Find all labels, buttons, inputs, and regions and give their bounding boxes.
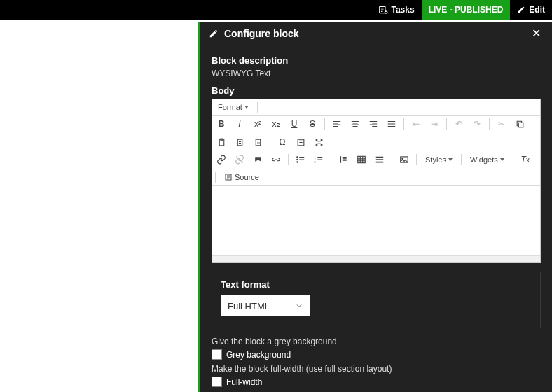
toolbar-separator bbox=[288, 154, 289, 165]
text-format-value: Full HTML bbox=[228, 301, 270, 312]
italic-icon[interactable]: I bbox=[233, 118, 246, 130]
undo-icon[interactable]: ↶ bbox=[453, 118, 465, 130]
svg-rect-15 bbox=[358, 156, 366, 162]
paste-word-icon[interactable]: W bbox=[251, 136, 264, 148]
widgets-dropdown[interactable]: Widgets bbox=[467, 155, 507, 164]
svg-text:3: 3 bbox=[315, 161, 316, 164]
live-status[interactable]: LIVE - PUBLISHED bbox=[422, 0, 511, 20]
edit-button[interactable]: Edit bbox=[510, 0, 552, 20]
pencil-icon bbox=[517, 6, 525, 14]
align-left-icon[interactable] bbox=[331, 118, 343, 130]
grey-bg-help: Give the block a grey background bbox=[212, 337, 541, 346]
source-button[interactable]: Source bbox=[221, 172, 262, 182]
grey-bg-label: Grey background bbox=[226, 350, 291, 360]
editor-toolbar-row-2: B I x² x₂ U S ⇤ bbox=[212, 115, 540, 151]
remove-format-icon[interactable]: Tx bbox=[519, 153, 532, 166]
toolbar-separator bbox=[215, 172, 216, 183]
paste-text-icon[interactable] bbox=[233, 136, 246, 148]
toolbar-separator bbox=[446, 118, 447, 130]
cut-icon[interactable]: ✂ bbox=[495, 118, 508, 130]
tasks-label: Tasks bbox=[392, 5, 415, 15]
tasks-button[interactable]: Tasks bbox=[371, 0, 422, 20]
admin-topbar: Tasks LIVE - PUBLISHED Edit bbox=[0, 0, 552, 20]
strikethrough-icon[interactable]: S bbox=[306, 118, 319, 130]
svg-text:W: W bbox=[256, 141, 260, 144]
pencil-icon bbox=[209, 29, 219, 38]
svg-point-10 bbox=[297, 159, 298, 160]
edit-label: Edit bbox=[529, 5, 545, 15]
toolbar-separator bbox=[270, 136, 270, 148]
grey-bg-row: Grey background bbox=[212, 349, 541, 360]
configure-block-panel: Configure block ✕ Block description WYSI… bbox=[198, 22, 552, 392]
source-label: Source bbox=[235, 173, 259, 181]
table-icon[interactable] bbox=[355, 153, 368, 166]
full-width-help: Make the block full-width (use full sect… bbox=[212, 364, 541, 374]
insert-block-icon[interactable] bbox=[294, 136, 307, 148]
redo-icon[interactable]: ↷ bbox=[471, 118, 483, 130]
special-char-icon[interactable]: Ω bbox=[276, 136, 289, 148]
maximize-icon[interactable] bbox=[312, 136, 325, 148]
toolbar-separator bbox=[403, 118, 404, 130]
close-icon[interactable]: ✕ bbox=[529, 25, 544, 41]
toolbar-separator bbox=[331, 154, 331, 165]
linkit-icon[interactable] bbox=[270, 153, 282, 166]
body-label: Body bbox=[212, 85, 541, 96]
superscript-icon[interactable]: x² bbox=[251, 118, 264, 130]
svg-point-11 bbox=[297, 162, 298, 162]
chevron-down-icon bbox=[244, 106, 249, 108]
full-width-label: Full-width bbox=[226, 377, 262, 387]
toolbar-separator bbox=[461, 154, 462, 165]
unlink-icon[interactable] bbox=[233, 153, 246, 166]
text-format-box: Text format Full HTML bbox=[212, 272, 541, 328]
toolbar-separator bbox=[513, 154, 513, 165]
outdent-icon[interactable]: ⇤ bbox=[410, 118, 422, 130]
align-center-icon[interactable] bbox=[349, 118, 361, 130]
format-dropdown-label: Format bbox=[218, 103, 242, 111]
toolbar-separator bbox=[392, 154, 392, 165]
blockquote-icon[interactable] bbox=[337, 153, 350, 166]
wysiwyg-editor: Format B I x² x₂ U S bbox=[212, 99, 541, 263]
styles-dropdown[interactable]: Styles bbox=[422, 155, 455, 164]
tasks-icon bbox=[378, 5, 388, 15]
format-dropdown[interactable]: Format bbox=[215, 102, 251, 112]
full-width-checkbox[interactable] bbox=[212, 377, 222, 387]
align-justify-icon[interactable] bbox=[385, 118, 398, 130]
chevron-down-icon bbox=[295, 302, 303, 310]
editor-resize-handle[interactable] bbox=[212, 255, 540, 262]
block-description-label: Block description bbox=[212, 55, 541, 66]
editor-toolbar-row-3: 123 Styles bbox=[212, 151, 540, 186]
bold-icon[interactable]: B bbox=[215, 118, 228, 130]
toolbar-separator bbox=[416, 154, 417, 165]
indent-icon[interactable]: ⇥ bbox=[428, 118, 441, 130]
editor-toolbar-row-1: Format bbox=[212, 99, 540, 115]
grey-bg-checkbox[interactable] bbox=[212, 349, 222, 360]
live-status-label: LIVE - PUBLISHED bbox=[429, 5, 504, 15]
bulleted-list-icon[interactable] bbox=[294, 153, 307, 166]
panel-body: Block description WYSIWYG Text Body Form… bbox=[200, 46, 552, 392]
svg-rect-2 bbox=[518, 122, 523, 127]
chevron-down-icon bbox=[448, 158, 453, 161]
text-format-select[interactable]: Full HTML bbox=[221, 295, 310, 316]
image-icon[interactable] bbox=[398, 153, 410, 166]
align-right-icon[interactable] bbox=[367, 118, 380, 130]
widgets-dropdown-label: Widgets bbox=[470, 155, 498, 164]
horizontal-rule-icon[interactable] bbox=[373, 153, 386, 166]
numbered-list-icon[interactable]: 123 bbox=[312, 153, 325, 166]
source-icon bbox=[224, 173, 233, 181]
toolbar-separator bbox=[324, 118, 325, 130]
subscript-icon[interactable]: x₂ bbox=[270, 118, 282, 130]
block-description-value: WYSIWYG Text bbox=[212, 69, 541, 78]
panel-title: Configure block bbox=[224, 28, 529, 39]
text-format-label: Text format bbox=[221, 279, 532, 290]
link-icon[interactable] bbox=[215, 153, 228, 166]
underline-icon[interactable]: U bbox=[288, 118, 301, 130]
toolbar-separator bbox=[257, 102, 258, 113]
copy-icon[interactable] bbox=[513, 118, 526, 130]
svg-point-9 bbox=[297, 157, 298, 158]
editor-content-area[interactable] bbox=[212, 186, 540, 255]
full-width-row: Full-width bbox=[212, 377, 541, 387]
anchor-icon[interactable] bbox=[251, 153, 264, 166]
paste-icon[interactable] bbox=[215, 136, 228, 148]
panel-header: Configure block ✕ bbox=[200, 22, 552, 46]
toolbar-separator bbox=[489, 118, 490, 130]
